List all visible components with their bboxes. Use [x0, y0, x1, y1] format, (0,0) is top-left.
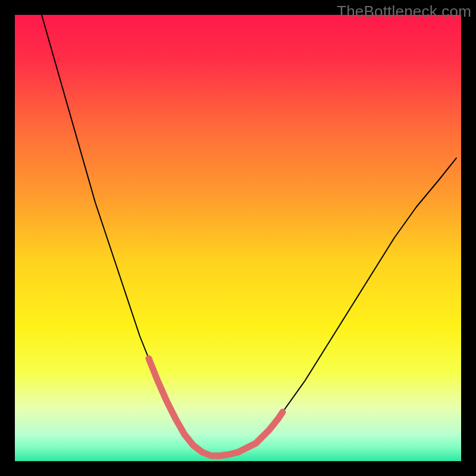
watermark-text: TheBottleneck.com	[337, 2, 471, 21]
chart-frame	[15, 15, 461, 461]
chart-svg	[15, 15, 461, 461]
